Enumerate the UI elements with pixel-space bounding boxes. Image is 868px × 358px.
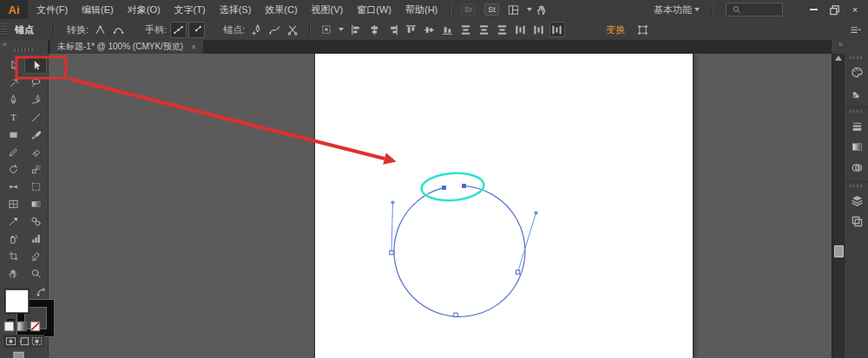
draw-inside-button[interactable] (30, 335, 43, 347)
curvature-tool[interactable] (24, 91, 47, 108)
distribute-top-button[interactable] (458, 22, 474, 37)
rectangle-tool[interactable] (2, 126, 24, 143)
symbol-sprayer-tool[interactable] (2, 230, 24, 247)
draw-normal-button[interactable] (4, 335, 17, 347)
pen-tool[interactable] (2, 91, 24, 108)
hand-tool[interactable] (2, 264, 24, 282)
menu-help[interactable]: 帮助(H) (398, 0, 444, 19)
expand-dock-icon[interactable]: « (838, 41, 843, 49)
gradient-button[interactable] (16, 320, 28, 331)
menu-edit[interactable]: 编辑(E) (75, 0, 121, 19)
eyedropper-tool[interactable] (2, 212, 24, 230)
slice-tool[interactable] (24, 247, 47, 264)
arrange-documents-icon[interactable] (506, 3, 522, 16)
align-group (347, 22, 566, 37)
cs-live-icon[interactable] (535, 3, 550, 16)
align-bottom-button[interactable] (440, 22, 456, 37)
artboard-tool[interactable] (2, 247, 24, 264)
pencil-tool[interactable] (2, 143, 24, 160)
align-vcenter-button[interactable] (422, 22, 437, 37)
stroke-panel[interactable] (845, 115, 868, 136)
dock-gripper[interactable] (850, 185, 864, 187)
tab-close-button[interactable]: × (191, 42, 196, 52)
color-button[interactable] (3, 320, 15, 331)
selection-tool[interactable] (2, 56, 24, 74)
restore-button[interactable] (825, 2, 844, 17)
rotate-tool[interactable] (2, 160, 24, 178)
canvas-area[interactable] (48, 54, 832, 358)
close-button[interactable]: × (845, 2, 865, 17)
stock-button[interactable]: St (484, 3, 499, 16)
menu-file[interactable]: 文件(F) (30, 0, 75, 19)
show-handles-button[interactable] (170, 22, 187, 38)
add-anchor-button[interactable] (248, 22, 265, 38)
divider (53, 23, 55, 36)
dock-gripper[interactable] (850, 110, 864, 113)
line-segment-tool[interactable] (24, 108, 47, 126)
screen-mode-button[interactable] (12, 349, 28, 358)
distribute-hcenter-button[interactable] (531, 22, 547, 37)
menu-type[interactable]: 文字(T) (168, 0, 213, 19)
scale-tool[interactable] (24, 160, 47, 178)
align-right-button[interactable] (385, 22, 401, 37)
column-graph-tool[interactable] (24, 230, 47, 247)
convert-smooth-button[interactable] (110, 22, 127, 38)
tab-bar: « 未标题-1* @ 100% (CMYK/预览) × « (0, 40, 868, 54)
vertical-scrollbar[interactable] (832, 54, 845, 358)
workspace-switcher[interactable]: 基本功能 (647, 3, 707, 16)
eraser-tool[interactable] (24, 143, 47, 160)
blend-tool[interactable] (24, 212, 47, 230)
menu-window[interactable]: 窗口(W) (350, 0, 398, 19)
fill-swatch[interactable] (4, 289, 30, 314)
align-hcenter-button[interactable] (367, 22, 383, 37)
panel-menu-button[interactable] (847, 22, 864, 38)
direct-selection-tool[interactable] (24, 56, 47, 74)
menu-view[interactable]: 视图(V) (305, 0, 351, 19)
type-tool[interactable]: T (2, 108, 24, 126)
bounding-box-button[interactable] (635, 22, 651, 38)
zoom-tool[interactable] (24, 264, 47, 282)
width-tool[interactable] (2, 178, 24, 195)
menu-effect[interactable]: 效果(C) (258, 0, 304, 19)
convert-corner-button[interactable] (92, 22, 108, 38)
hide-handles-button[interactable] (188, 22, 205, 38)
gradient-panel[interactable] (845, 136, 868, 157)
minimize-button[interactable] (804, 2, 823, 17)
color-panel[interactable] (845, 62, 868, 82)
magic-wand-tool[interactable] (2, 74, 24, 91)
draw-behind-button[interactable] (17, 335, 30, 347)
color-guide-panel[interactable] (845, 82, 868, 103)
free-transform-tool[interactable] (24, 178, 47, 195)
transparency-panel[interactable] (845, 157, 868, 178)
scroll-up-icon[interactable] (835, 55, 842, 61)
bridge-button[interactable]: Br (461, 3, 476, 16)
scrollbar-thumb[interactable] (834, 245, 844, 257)
distribute-vcenter-button[interactable] (477, 22, 492, 37)
distribute-bottom-button[interactable] (495, 22, 510, 37)
toolbar-gripper[interactable] (14, 49, 33, 51)
align-left-button[interactable] (349, 22, 365, 37)
anchor-curve-button[interactable] (266, 22, 283, 38)
transform-link[interactable]: 变换 (606, 23, 625, 36)
mesh-tool[interactable] (2, 195, 24, 212)
dock-gripper[interactable] (850, 56, 864, 59)
artboard[interactable] (314, 54, 694, 358)
distribute-right-button[interactable] (549, 22, 565, 37)
layers-panel[interactable] (845, 190, 868, 211)
document-tab[interactable]: 未标题-1* @ 100% (CMYK/预览) × (50, 40, 203, 54)
artboards-panel[interactable] (845, 211, 868, 231)
distribute-left-button[interactable] (513, 22, 529, 37)
lasso-tool[interactable] (24, 74, 47, 91)
gradient-tool[interactable] (24, 195, 47, 212)
search-input[interactable] (726, 3, 783, 16)
select-similar-button[interactable] (319, 22, 335, 38)
collapse-toolbar-icon[interactable]: « (3, 41, 7, 49)
menu-object[interactable]: 对象(O) (121, 0, 168, 19)
paintbrush-tool[interactable] (24, 126, 47, 143)
panel-gripper[interactable] (1, 23, 7, 36)
menu-select[interactable]: 选择(S) (213, 0, 259, 19)
none-button[interactable] (30, 320, 41, 331)
swap-fill-stroke-icon[interactable] (35, 286, 45, 296)
align-top-button[interactable] (404, 22, 419, 37)
cut-path-button[interactable] (285, 22, 301, 38)
